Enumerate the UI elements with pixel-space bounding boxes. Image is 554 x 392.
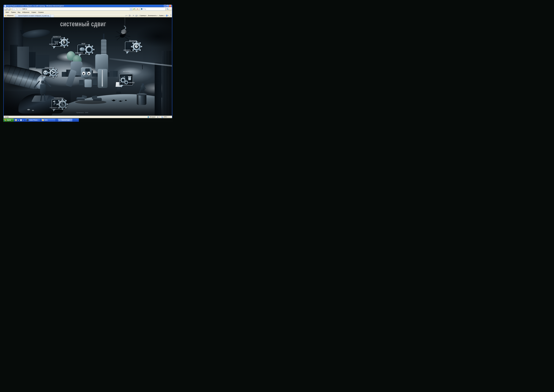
brain-icon (80, 47, 85, 51)
back-button[interactable]: ← (4, 7, 7, 11)
forward-button[interactable]: → (7, 7, 11, 11)
status-bar: Готово Интернет 100% (4, 116, 172, 118)
minimize-button[interactable] (164, 5, 166, 7)
task-button-ie[interactable]: e Internet Explorer не ... (58, 119, 72, 121)
menu-favorites[interactable]: Избранное (21, 11, 30, 14)
tools-menu-button[interactable]: Сервис (159, 14, 165, 17)
task-button-web-folder[interactable]: WEБ (41, 119, 55, 121)
maximize-button[interactable] (166, 5, 169, 7)
quick-launch-device-icon[interactable] (15, 119, 17, 121)
quick-launch-app-icon[interactable] (20, 119, 22, 121)
robot-foot (93, 98, 102, 101)
status-text: Готово (4, 116, 147, 118)
maximize-icon (167, 6, 168, 7)
nav-button-news[interactable]: новости узнать (40, 66, 67, 81)
help-button[interactable]: ? (165, 14, 169, 17)
chevron-down-icon (168, 15, 169, 16)
page-title: системный сдвиг (60, 20, 106, 28)
browser-window: e Internet Explorer не может отобразить … (3, 5, 172, 118)
address-bar: ← → e http://www.mail.ru/ × Bing (4, 7, 172, 11)
title-bar[interactable]: e Internet Explorer не может отобразить … (4, 5, 172, 7)
ie-page-icon: e (4, 5, 6, 7)
nav-button-scrap[interactable]: железо на свалку (119, 71, 144, 89)
address-dropdown[interactable] (130, 7, 132, 11)
rail-post (142, 65, 143, 69)
favorites-button[interactable]: Избранное (7, 15, 14, 16)
nav-button-buy[interactable]: нравится $ купить (49, 35, 76, 50)
command-bar: ⌂ ✉ Страница Безопасность Сервис ? (125, 14, 169, 17)
windows-logo-icon (4, 119, 6, 121)
nav-label-bottom: узнать (40, 75, 46, 77)
zoom-level[interactable]: 100% (164, 116, 167, 118)
nav-label-bottom: заменить (75, 52, 83, 54)
favorites-star-icon[interactable]: ★ (5, 14, 6, 17)
start-button[interactable]: пуск (3, 119, 14, 122)
copyright-text: ©prekrassa . 2009 (76, 112, 88, 113)
print-button[interactable] (135, 14, 139, 17)
read-mail-button[interactable]: ✉ (132, 14, 135, 17)
spider-leg (116, 31, 121, 35)
divider (156, 116, 156, 118)
task-button-photoshop[interactable]: Ps Adobe Photoshop CS... (26, 119, 40, 121)
menu-view[interactable]: Вид (17, 11, 21, 14)
address-input[interactable]: e http://www.mail.ru/ (13, 7, 130, 10)
internet-zone-icon (147, 116, 149, 118)
chevron-down-icon (131, 9, 132, 9)
menu-edit[interactable]: Правка (10, 11, 17, 14)
ie-page-icon: e (13, 8, 15, 10)
menu-file[interactable]: Файл (5, 11, 10, 14)
search-placeholder: Bing (143, 8, 146, 10)
close-button[interactable]: × (169, 5, 171, 7)
search-icon (167, 8, 168, 9)
shopping-cart-icon (55, 41, 58, 43)
car-headlight (27, 109, 30, 110)
skyscraper (10, 45, 18, 68)
tab-active[interactable]: e Internet Explorer не может отобразить … (15, 14, 51, 17)
feeds-button[interactable] (128, 14, 132, 17)
stop-button[interactable]: × (136, 7, 139, 11)
dollar-icon: $ (63, 40, 65, 44)
nav-button-brain[interactable]: мозг заменить (75, 42, 102, 58)
lanky-robot-head (41, 81, 44, 84)
nav-label-bottom: свалку (129, 81, 135, 84)
quick-launch-bar: e » (14, 119, 25, 121)
printer-icon (135, 15, 137, 16)
tab-title: Internet Explorer не может отобразить эт… (18, 15, 50, 17)
toolbar-overflow-chevron[interactable]: » (170, 14, 171, 16)
rail-post (156, 66, 156, 72)
security-menu-button[interactable]: Безопасность (147, 14, 158, 17)
page-menu-label: Страница (140, 15, 146, 16)
chevron-down-icon[interactable] (159, 117, 160, 117)
quick-launch-ie-icon[interactable]: e (18, 119, 20, 121)
globe-icon (51, 70, 56, 75)
rail-post (168, 67, 168, 74)
resize-grip[interactable] (169, 116, 170, 118)
search-input[interactable]: Bing (140, 7, 165, 11)
nav-label-bottom: купить (49, 43, 55, 45)
bing-logo-icon (141, 8, 143, 10)
robot-pupil (88, 73, 90, 75)
chevron-down-icon[interactable] (168, 117, 168, 117)
search-options-dropdown[interactable] (169, 7, 171, 11)
refresh-button[interactable] (132, 7, 136, 11)
home-button[interactable]: ⌂ (125, 14, 128, 17)
quick-launch-overflow-chevron[interactable]: » (23, 119, 24, 121)
menu-help[interactable]: Справка (37, 11, 45, 14)
nav-button-functions[interactable]: функции сменить (123, 39, 150, 56)
nav-button-repair[interactable]: сломалось починить (50, 97, 76, 114)
new-tab-button[interactable] (51, 15, 54, 17)
menu-tools[interactable]: Сервис (30, 11, 37, 14)
ie-page-icon: e (16, 15, 18, 17)
page-menu-button[interactable]: Страница (139, 14, 147, 17)
smiley-bomb-icon (43, 70, 48, 75)
lanky-robot-torso (40, 84, 46, 94)
security-menu-label: Безопасность (148, 15, 157, 16)
photoshop-icon: Ps (27, 119, 28, 121)
search-button[interactable] (166, 7, 169, 11)
recent-pages-dropdown[interactable] (11, 9, 12, 9)
crane-cable (125, 17, 125, 27)
chevron-down-icon (164, 15, 165, 16)
url-prefix: http://www. (15, 8, 22, 10)
robot-vent (93, 79, 97, 85)
nav-label-mid: на (128, 76, 130, 78)
